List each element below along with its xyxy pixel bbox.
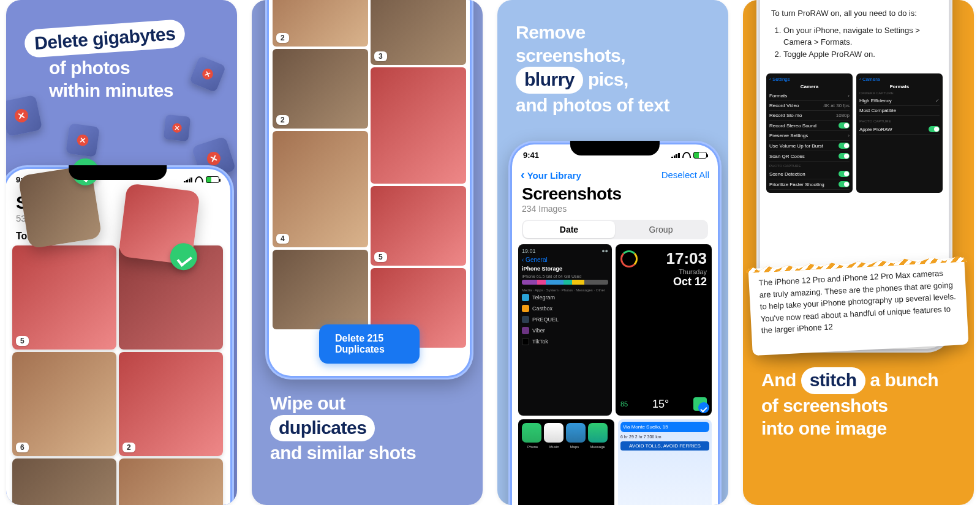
toggle-icon [839,181,850,187]
app-icon [544,423,564,443]
photo-thumb[interactable]: 3 [371,0,466,65]
close-icon [13,108,29,124]
app-icon [588,423,608,443]
close-icon [201,67,215,81]
headline-2: Wipe out duplicates and similar shots [270,392,478,465]
promo-panel-3: Remove screenshots, blurry pics, and pho… [497,0,728,505]
dup-count: 4 [276,234,289,244]
settings-screenshot-right: ‹ Camera Formats CAMERA CAPTURE High Eff… [856,73,943,193]
toggle-icon [929,126,940,132]
status-icons [184,176,219,183]
nav-row: Your Library Deselect All [512,165,718,184]
delete-duplicates-button[interactable]: Delete 215 Duplicates [319,324,420,364]
headline-4: And stitch a bunch of screenshots into o… [761,367,963,440]
check-icon [698,402,709,413]
segment-date[interactable]: Date [523,221,615,238]
screenshot-thumb-storage[interactable]: 19:01●● ‹ General iPhone Storage iPhone … [518,244,612,416]
settings-screenshot-left: ‹ Settings Camera Formats› Record Video4… [766,73,853,193]
photo-thumb[interactable]: 4 [273,131,368,247]
phone-mock-2: 2 2 4 3 5 3 Delete 215 Duplicates [265,0,473,380]
photo-masonry: 2 2 4 3 5 3 [269,0,470,376]
floating-photo [118,183,200,265]
photo-thumb[interactable]: 2 [273,49,368,129]
photo-thumb[interactable]: 2 [273,0,368,47]
toggle-icon [839,153,850,159]
dup-count: 5 [374,252,387,262]
dup-count: 2 [276,33,289,43]
status-icons [671,152,707,159]
battery-icon [206,176,219,183]
screen-subtitle: 234 Images [512,204,718,220]
toggle-icon [839,171,850,177]
headline-pill: duplicates [270,415,375,442]
signal-icon [671,152,680,158]
screenshot-thumb-home[interactable]: Phone Music Maps Message [518,419,614,505]
headline-pill: Delete gigabytes [24,19,186,58]
screenshot-row: 19:01●● ‹ General iPhone Storage iPhone … [512,244,718,419]
app-icon [566,423,586,443]
notch [69,165,167,180]
promo-panel-4: To turn ProRAW on, all you need to do is… [743,0,974,505]
doc-body: To turn ProRAW on, all you need to do is… [760,0,949,71]
photo-thumb[interactable]: 5 [371,186,466,266]
segmented-control[interactable]: Date Group [522,220,708,239]
chevron-left-icon: ‹ General [522,256,608,263]
headline-1: Delete gigabytes of photos within minute… [24,24,221,102]
screenshot-thumb-watch[interactable]: 17:03 Thursday Oct 12 85 15° [616,244,712,416]
notch [570,141,660,155]
dup-count: 6 [16,443,29,452]
activity-ring-icon [620,250,638,267]
settings-pair: ‹ Settings Camera Formats› Record Video4… [760,71,949,195]
phone-screen: 9:41 Your Library Deselect All Screensho… [512,144,718,505]
toggle-icon [839,122,850,129]
deco-cube-icon [164,114,191,142]
photo-thumb[interactable]: 2 [119,352,223,456]
promo-panel-1: Delete gigabytes of photos within minute… [6,0,237,505]
status-time: 9:41 [523,151,539,160]
dup-count: 2 [123,443,135,452]
app-icon [522,423,541,443]
headline-3: Remove screenshots, blurry pics, and pho… [516,21,724,116]
torn-paper: The iPhone 12 Pro and iPhone 12 Pro Max … [748,258,969,356]
close-icon [76,133,89,146]
wifi-icon [682,152,691,158]
dup-count: 3 [374,51,387,61]
close-icon [205,150,222,167]
signal-icon [184,176,192,182]
promo-panel-2: 2 2 4 3 5 3 Delete 215 Duplicates Wipe o… [252,0,483,505]
deco-cube-icon [66,123,100,157]
dup-count: 2 [276,115,289,125]
deselect-all-button[interactable]: Deselect All [662,170,709,180]
segment-group[interactable]: Group [615,221,707,238]
photo-thumb[interactable]: 10 [12,458,116,505]
storage-bar [522,280,608,285]
photo-thumb[interactable]: 6 [12,352,116,456]
toggle-icon [839,143,850,149]
photo-thumb[interactable] [273,250,368,329]
screen-title: Screenshots [512,184,718,204]
close-icon [172,123,183,133]
photo-thumb[interactable]: 3 [119,458,223,505]
screenshot-thumb-map[interactable]: Via Monte Suello, 15 6 hr 29 2 hr 7 306 … [618,419,712,505]
headline-pill: stitch [801,367,865,394]
headline-pill: blurry [516,67,583,94]
photo-thumb[interactable]: 5 [12,245,116,350]
screenshot-row: Phone Music Maps Message Via Monte Suell… [512,419,718,505]
dup-count: 5 [16,336,29,346]
battery-icon [693,152,707,159]
photo-grid: 5 6 2 10 3 [6,245,230,505]
wifi-icon [195,176,203,182]
back-button[interactable]: Your Library [521,168,581,182]
photo-thumb[interactable] [371,67,466,184]
phone-mock-3: 9:41 Your Library Deselect All Screensho… [508,141,722,505]
phone-screen: 2 2 4 3 5 3 Delete 215 Duplicates [269,0,470,376]
